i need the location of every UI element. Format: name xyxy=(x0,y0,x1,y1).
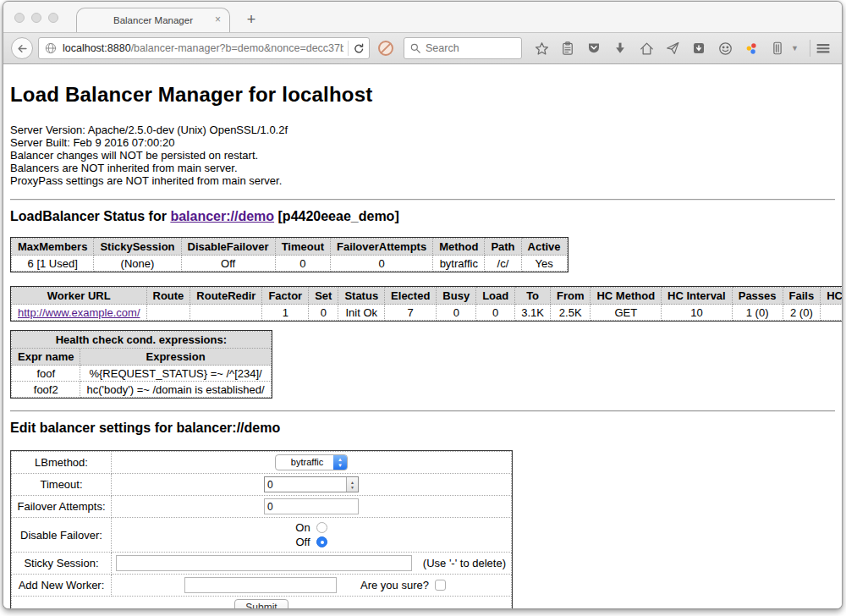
val-set: 0 xyxy=(309,305,338,321)
val-status: Init Ok xyxy=(338,305,385,321)
col-routeredir: RouteRedir xyxy=(190,288,262,305)
worker-url-link[interactable]: http://www.example.com/ xyxy=(18,306,140,319)
val-busy: 0 xyxy=(437,305,476,321)
radio-on[interactable] xyxy=(316,522,327,533)
server-info: Server Version: Apache/2.5.0-dev (Unix) … xyxy=(10,124,835,187)
sticky-session-row: Sticky Session: (Use '-' to delete) xyxy=(12,553,512,575)
search-bar[interactable] xyxy=(404,37,522,59)
colored-dots-icon[interactable] xyxy=(742,39,761,58)
radio-on-label: On xyxy=(295,520,310,535)
panel-download-icon[interactable] xyxy=(689,39,708,58)
reload-icon[interactable] xyxy=(353,42,365,55)
zoom-window-button[interactable] xyxy=(48,13,58,23)
lbmethod-label: LBmethod: xyxy=(12,452,112,474)
server-version-line: Server Version: Apache/2.5.0-dev (Unix) … xyxy=(10,124,835,136)
toolbar-right xyxy=(814,39,843,58)
balancer-demo-link[interactable]: balancer://demo xyxy=(170,209,274,223)
col-hc-uri: HC uri xyxy=(821,288,842,305)
download-icon[interactable] xyxy=(611,39,629,58)
status-heading-suffix: [p4420eeae_demo] xyxy=(274,209,399,223)
tab-balancer-manager[interactable]: Balancer Manager × xyxy=(76,8,230,32)
balancer-data-row: 6 [1 Used] (None) Off 0 0 bytraffic /c/ … xyxy=(12,256,568,272)
stepper-icon[interactable]: ▲▼ xyxy=(346,477,358,492)
add-worker-label: Add New Worker: xyxy=(12,575,112,597)
reading-list-icon[interactable] xyxy=(558,39,577,58)
menu-hamburger-icon[interactable] xyxy=(814,39,832,58)
timeout-field-wrap: ▲▼ xyxy=(264,476,359,492)
val-load: 0 xyxy=(476,305,515,321)
health-check-table: Health check cond. expressions: Expr nam… xyxy=(10,330,272,399)
balancer-settings-form: LBmethod: bytraffic ▲▼ Timeout: ▲▼ xyxy=(10,450,513,609)
failover-attempts-input[interactable] xyxy=(264,498,359,514)
chevron-down-icon[interactable]: ▼ xyxy=(791,44,799,52)
val-expression-1: %{REQUEST_STATUS} =~ /^[234]/ xyxy=(80,366,271,382)
tab-close-icon[interactable]: × xyxy=(215,14,221,25)
radio-off[interactable] xyxy=(316,536,327,547)
bookmark-star-icon[interactable] xyxy=(532,39,551,58)
lbmethod-row: LBmethod: bytraffic ▲▼ xyxy=(12,452,512,474)
send-icon[interactable] xyxy=(663,39,682,58)
edit-settings-heading: Edit balancer settings for balancer://de… xyxy=(10,421,835,436)
pocket-icon[interactable] xyxy=(585,39,603,58)
lbmethod-select[interactable]: bytraffic ▲▼ xyxy=(275,454,348,470)
home-icon[interactable] xyxy=(637,39,656,58)
url-bar[interactable]: localhost:8880/balancer-manager?b=demo&n… xyxy=(38,37,370,59)
new-tab-button[interactable]: + xyxy=(242,11,261,29)
col-path: Path xyxy=(485,239,521,256)
val-factor: 1 xyxy=(262,305,309,321)
are-you-sure-checkbox[interactable] xyxy=(435,580,446,591)
submit-button[interactable]: Submit xyxy=(234,599,288,609)
col-to: To xyxy=(515,288,551,305)
val-hc-interval: 10 xyxy=(662,305,733,321)
close-window-button[interactable] xyxy=(14,13,25,23)
server-built-line: Server Built: Feb 9 2016 07:00:20 xyxy=(10,136,835,149)
are-you-sure-label: Are you sure? xyxy=(360,579,429,591)
persist-note-line: Balancer changes will NOT be persisted o… xyxy=(10,149,835,162)
proxypass-note-line: ProxyPass settings are NOT inherited fro… xyxy=(10,174,835,187)
col-hc-method: HC Method xyxy=(591,288,662,305)
select-arrows-icon: ▲▼ xyxy=(333,455,347,470)
col-worker-url: Worker URL xyxy=(12,288,147,305)
col-failoverattempts: FailoverAttempts xyxy=(330,239,432,256)
val-passes: 1 (0) xyxy=(732,305,783,321)
add-worker-input[interactable] xyxy=(184,577,337,593)
val-expr-name-2: foof2 xyxy=(12,382,80,398)
col-expr-name: Expr name xyxy=(12,349,80,366)
worker-table: Worker URL Route RouteRedir Factor Set S… xyxy=(10,286,842,322)
col-load: Load xyxy=(476,288,515,305)
radio-off-label: Off xyxy=(295,535,310,549)
container-icon[interactable] xyxy=(768,39,787,58)
timeout-row: Timeout: ▲▼ xyxy=(12,474,512,496)
col-disablefailover: DisableFailover xyxy=(181,239,275,256)
page-title: Load Balancer Manager for localhost xyxy=(10,83,835,107)
toolbar-divider xyxy=(810,40,810,57)
worker-data-row: http://www.example.com/ 1 0 Init Ok 7 0 … xyxy=(12,305,843,321)
disable-failover-label: Disable Failover: xyxy=(12,518,112,553)
divider xyxy=(10,199,835,201)
balancer-status-table: MaxMembers StickySession DisableFailover… xyxy=(10,237,569,272)
timeout-input[interactable] xyxy=(265,477,346,492)
failover-attempts-row: Failover Attempts: xyxy=(12,496,512,518)
inherit-note-line: Balancers are NOT inherited from main se… xyxy=(10,162,835,174)
col-elected: Elected xyxy=(385,288,437,305)
col-stickysession: StickySession xyxy=(94,239,181,256)
health-table-title: Health check cond. expressions: xyxy=(12,332,272,349)
status-heading-prefix: LoadBalancer Status for xyxy=(10,209,170,223)
back-button[interactable] xyxy=(11,37,33,59)
search-icon xyxy=(409,42,421,54)
chat-smiley-icon[interactable] xyxy=(716,39,734,58)
minimize-window-button[interactable] xyxy=(31,13,41,23)
val-timeout: 0 xyxy=(275,256,330,272)
col-passes: Passes xyxy=(732,288,783,305)
worker-header-row: Worker URL Route RouteRedir Factor Set S… xyxy=(12,288,843,305)
val-routeredir xyxy=(190,305,262,321)
sticky-session-input[interactable] xyxy=(116,555,412,571)
content-blocked-icon[interactable] xyxy=(376,39,395,58)
url-host: localhost:8880 xyxy=(63,42,131,54)
url-divider xyxy=(348,41,349,56)
health-header-row: Expr name Expression xyxy=(12,349,272,366)
col-route: Route xyxy=(146,288,190,305)
divider xyxy=(10,410,835,412)
search-input[interactable] xyxy=(426,42,510,54)
col-busy: Busy xyxy=(437,288,476,305)
